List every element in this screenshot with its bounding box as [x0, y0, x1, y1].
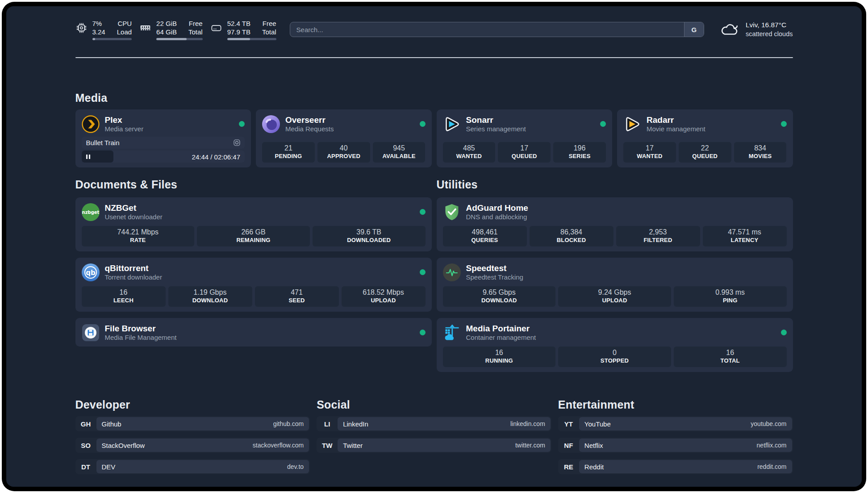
search-bar[interactable]: G — [290, 22, 704, 37]
link-youtube[interactable]: YTYouTubeyoutube.com — [558, 416, 793, 431]
card-titles: PlexMedia server — [105, 115, 144, 133]
stat-tile-label: PENDING — [264, 153, 313, 160]
link-twitter[interactable]: TWTwittertwitter.com — [317, 438, 551, 453]
stat-tile: 9.65 GbpsDOWNLOAD — [443, 286, 556, 307]
status-dot — [781, 330, 787, 335]
cloud-icon — [719, 21, 740, 38]
stats-row: 498,461QUERIES86,384BLOCKED2,953FILTERED… — [443, 226, 787, 246]
stat-tile-value: 16 — [676, 348, 785, 357]
weather-location-temp: Lviv, 16.87°C — [746, 21, 793, 29]
disk-icon — [210, 19, 222, 34]
link-linkedin[interactable]: LILinkedInlinkedin.com — [317, 416, 551, 431]
app-name: Speedtest — [466, 263, 523, 273]
plex-card[interactable]: PlexMedia serverBullet Train24:44 / 02:0… — [75, 109, 251, 167]
section-title-media: Media — [75, 91, 793, 104]
app-name: Media Portainer — [466, 323, 536, 334]
stat-tile: 17QUEUED — [498, 142, 551, 163]
window-frame: 7%3.24CPULoad22 GiB64 GiBFreeTotal52.4 T… — [2, 2, 866, 491]
stat-tile-label: RUNNING — [445, 357, 554, 364]
stat-tile-value: 618.52 Mbps — [343, 288, 424, 297]
status-dot — [420, 269, 426, 275]
card-header: RadarrMovie management — [623, 115, 787, 133]
qbittorrent-card[interactable]: qbqBittorrentTorrent downloader16LEECH1.… — [75, 258, 432, 312]
link-pill: YouTubeyoutube.com — [579, 417, 792, 430]
sonarr-card[interactable]: SonarrSeries management485WANTED17QUEUED… — [437, 109, 613, 167]
stat-tile: 1.19 GbpsDOWNLOAD — [168, 286, 252, 307]
links-stack: YTYouTubeyoutube.comNFNetflixnetflix.com… — [558, 416, 793, 474]
links-stack: GHGithubgithub.comSOStackOverflowstackov… — [75, 416, 310, 474]
stat-label: CPU — [117, 19, 132, 28]
stat-tile-label: QUEUED — [680, 153, 730, 160]
link-pill: Netflixnetflix.com — [579, 439, 792, 452]
stat-tile-label: WANTED — [445, 153, 494, 160]
stat-progress-fill — [227, 38, 250, 40]
speedtest-card[interactable]: SpeedtestSpeedtest Tracking9.65 GbpsDOWN… — [437, 258, 793, 312]
link-name: YouTube — [584, 420, 611, 428]
stat-value: 22 GiB — [156, 19, 177, 28]
session-icon — [234, 139, 240, 146]
link-github[interactable]: GHGithubgithub.com — [75, 416, 310, 431]
stat-tile-label: TOTAL — [676, 357, 785, 364]
stat-tile-value: 0.993 ms — [676, 288, 785, 297]
link-url: netflix.com — [757, 442, 787, 449]
stat-tile-value: 266 GB — [199, 228, 308, 237]
app-name: File Browser — [105, 323, 177, 334]
section-title: Social — [317, 398, 551, 411]
stat-text: 52.4 TB97.9 TBFreeTotal — [227, 19, 276, 36]
stat-tile: 266 GBREMAINING — [197, 226, 310, 246]
link-url: twitter.com — [515, 442, 545, 449]
stat-tile: 47.571 msLATENCY — [703, 226, 787, 246]
card-titles: File BrowserMedia File Management — [105, 323, 177, 342]
plex-icon — [82, 115, 100, 133]
stat-tile-value: 485 — [445, 144, 494, 153]
file-browser-card[interactable]: File BrowserMedia File Management — [75, 318, 432, 347]
section-title: Utilities — [437, 178, 793, 191]
stat-tile-label: QUERIES — [445, 237, 525, 244]
status-dot — [239, 121, 245, 127]
link-stackoverflow[interactable]: SOStackOverflowstackoverflow.com — [75, 438, 310, 453]
link-reddit[interactable]: RERedditreddit.com — [558, 459, 793, 474]
adguard-icon — [443, 203, 461, 221]
app-description: Usenet downloader — [105, 213, 163, 221]
link-abbr: TW — [317, 438, 338, 453]
status-dot — [781, 121, 787, 127]
dashboard: 7%3.24CPULoad22 GiB64 GiBFreeTotal52.4 T… — [6, 6, 862, 487]
adguard-home-card[interactable]: AdGuard HomeDNS and adblocking498,461QUE… — [437, 197, 793, 251]
nzbget-card[interactable]: nzbgetNZBGetUsenet downloader744.21 Mbps… — [75, 197, 432, 251]
status-dot — [420, 330, 426, 335]
stat-labels: FreeTotal — [262, 19, 276, 36]
stat-progressbar — [92, 38, 132, 40]
app-name: NZBGet — [105, 203, 163, 213]
nzbget-icon: nzbget — [82, 203, 100, 221]
link-name: StackOverflow — [102, 442, 145, 449]
card-header: SonarrSeries management — [443, 115, 606, 133]
card-titles: qBittorrentTorrent downloader — [105, 263, 162, 281]
media-portainer-card[interactable]: Media PortainerContainer management16RUN… — [437, 318, 793, 372]
stat-progress-fill — [156, 38, 187, 40]
stat-tile-value: 9.65 Gbps — [445, 288, 554, 297]
search-engine-button[interactable]: G — [684, 22, 704, 37]
stat-tile: 945AVAILABLE — [373, 142, 426, 163]
stat-value: 7% — [92, 19, 105, 28]
overseerr-card[interactable]: OverseerrMedia Requests21PENDING40APPROV… — [256, 109, 432, 167]
stat-tile-label: LATENCY — [705, 237, 785, 244]
weather-condition: scattered clouds — [746, 29, 793, 38]
search-input[interactable] — [290, 22, 684, 37]
link-name: Reddit — [584, 463, 604, 471]
overseerr-icon — [262, 115, 280, 133]
link-netflix[interactable]: NFNetflixnetflix.com — [558, 438, 793, 453]
card-header: File BrowserMedia File Management — [82, 323, 426, 342]
stat-tile-value: 471 — [257, 288, 337, 297]
radarr-icon — [623, 115, 641, 133]
media-cards-grid: PlexMedia serverBullet Train24:44 / 02:0… — [75, 109, 793, 167]
card-titles: OverseerrMedia Requests — [285, 115, 334, 133]
stat-tile-label: QUEUED — [500, 153, 549, 160]
link-abbr: RE — [558, 459, 579, 474]
section-documents-files: Documents & FilesnzbgetNZBGetUsenet down… — [75, 178, 432, 347]
radarr-card[interactable]: RadarrMovie management17WANTED22QUEUED83… — [617, 109, 793, 167]
stats-row: 16RUNNING0STOPPED16TOTAL — [443, 347, 787, 367]
section-social: SocialLILinkedInlinkedin.comTWTwittertwi… — [317, 398, 551, 453]
section-developer: DeveloperGHGithubgithub.comSOStackOverfl… — [75, 398, 310, 474]
link-dev[interactable]: DTDEVdev.to — [75, 459, 310, 474]
stat-body: 22 GiB64 GiBFreeTotal — [156, 19, 203, 40]
